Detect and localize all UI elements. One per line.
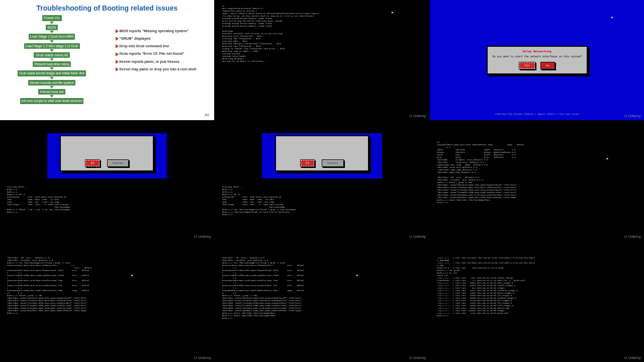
event: Grub reports "Error 15: File not found": [116, 52, 197, 56]
step: Present boot-time menu: [33, 61, 70, 67]
udemy-badge: Udemy: [409, 355, 426, 360]
event: "GRUB" displayed: [116, 37, 197, 41]
help-bar: <Tab>/<Alt-Tab> between elements | <Spac…: [430, 113, 644, 115]
udemy-badge: Udemy: [624, 114, 641, 118]
cell-shell-fstab: OK Cancel Starting shell... bash-4.1# ba…: [215, 121, 429, 241]
udemy-badge: Udemy: [409, 234, 426, 239]
step: Kernel runs init: [38, 89, 66, 95]
cancel-button[interactable]: Cancel: [322, 159, 344, 167]
cell-slide: Troubleshooting of Booting related issue…: [0, 0, 214, 120]
step: Load Stage 1.5 then stage 2 of Grub: [24, 43, 80, 49]
terminal-output: /dev/sdl1 /dl ext4 defaults 0 0 /dev/sdl…: [215, 242, 429, 325]
terminal-output: /dev/sdl1 /dl ext4 defaults 0 0 /dev/sdl…: [0, 242, 214, 320]
slide-page-num: 40: [205, 113, 209, 117]
step: Load Stage 1 Grub from MBR: [29, 34, 75, 39]
cursor-icon: ➤: [131, 273, 133, 279]
terminal-output: 12 NET: Registered protocol family 17 re…: [215, 0, 429, 68]
cancel-button[interactable]: Cancel: [107, 159, 129, 167]
terminal-output: Starting shell... bash-4.1# bash-4.1# ba…: [215, 181, 429, 221]
yes-button[interactable]: Yes: [519, 62, 535, 69]
step: BIOS: [46, 25, 58, 31]
step: Kernel mounts root file system: [28, 80, 75, 85]
cursor-icon: ➤: [356, 273, 358, 279]
cell-grub-ls: -rw-r--r--. 1 root root 16170407 2017-08…: [430, 242, 644, 362]
ok-button[interactable]: OK: [300, 159, 315, 167]
cell-blkid-mount: tm - UUID=da4fb971-e656-4627-803f 4ebe2c…: [430, 121, 644, 241]
cell-shell-ok: OK Cancel Starting shell... bash-4.1# ba…: [0, 121, 214, 241]
event: BIOS reports "Missing operating system": [116, 29, 197, 33]
cursor-icon: ➤: [611, 15, 614, 21]
cell-fstab-uuid: /dev/sdl1 /dl ext4 defaults 0 0 /dev/sdl…: [0, 242, 214, 362]
network-dialog: Setup Networking Do you want to start th…: [487, 46, 588, 74]
udemy-badge: Udemy: [194, 355, 211, 360]
udemy-badge: Udemy: [624, 355, 641, 360]
cursor-icon: ➤: [391, 10, 394, 16]
udemy-badge: Udemy: [409, 114, 426, 118]
event: Kernel reports panic, or just freezes: [116, 60, 197, 64]
terminal-output: tm - UUID=da4fb971-e656-4627-803f 4ebe2c…: [430, 121, 644, 209]
ok-button[interactable]: OK: [85, 159, 100, 167]
dialog-message: Do you want to start the network interfa…: [493, 55, 582, 59]
step: init runs scripts to start user-level se…: [20, 98, 84, 104]
terminal-output: Starting shell... bash-4.1# bash-4.1# ba…: [0, 181, 214, 219]
step: Power On: [42, 15, 62, 21]
terminal-output: -rw-r--r--. 1 root root 16170407 2017-08…: [430, 242, 644, 322]
step: Grub reads menu.lst: [34, 52, 69, 58]
cell-network-dialog: Setup Networking Do you want to start th…: [430, 0, 644, 120]
slide-left-col: Power OnBIOSLoad Stage 1 Grub from MBRLo…: [18, 15, 86, 104]
slide-right-col: BIOS reports "Missing operating system""…: [116, 29, 197, 104]
slide-title: Troubleshooting of Booting related issue…: [3, 4, 211, 12]
cell-boot-log: 12 NET: Registered protocol family 17 re…: [215, 0, 429, 120]
udemy-badge: Udemy: [194, 234, 211, 239]
udemy-badge: Udemy: [624, 234, 641, 239]
dialog-title: Setup Networking: [493, 50, 582, 53]
cursor-icon: ➤: [606, 156, 609, 162]
event: Kernel may panic or drop you into a root…: [116, 67, 197, 71]
step: Grub loads kernel image and initial RAM …: [18, 70, 86, 76]
cell-fstab-mount: /dev/sdl1 /dl ext4 defaults 0 0 /dev/sdl…: [215, 242, 429, 362]
event: Drop into Grub command line: [116, 44, 197, 48]
no-button[interactable]: No: [540, 62, 555, 69]
